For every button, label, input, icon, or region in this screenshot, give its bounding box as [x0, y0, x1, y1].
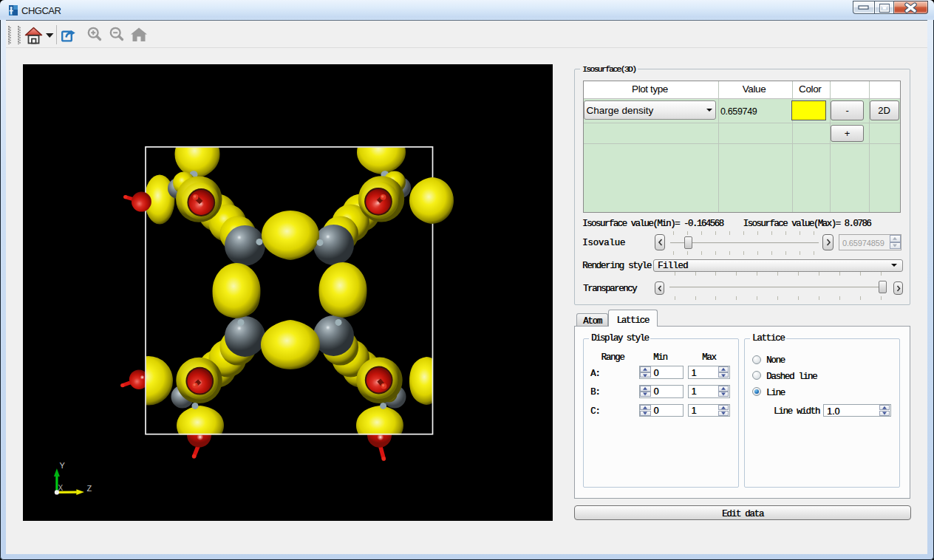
svg-text:Z: Z [86, 484, 92, 493]
svg-text:Y: Y [59, 461, 65, 470]
